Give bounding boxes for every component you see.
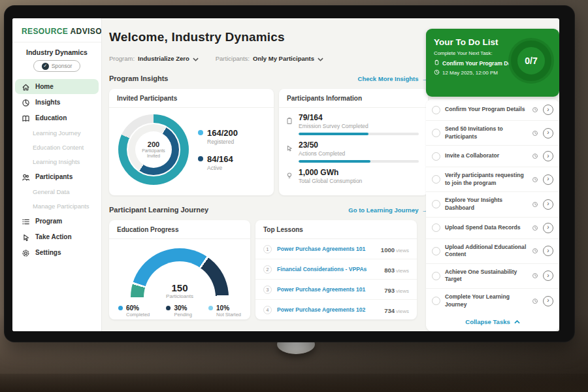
chevron-right-button[interactable]: ›: [543, 296, 553, 306]
participants-information-card: Participants Information 79/164 Emission…: [279, 89, 428, 195]
donut-center-label: Participants Invited: [138, 148, 169, 159]
program-insights-header: Program Insights Check More Insights →: [109, 74, 428, 82]
sidebar-item-label: Education: [35, 114, 67, 122]
lesson-row: 1 Power Purchase Agreements 101 1000view…: [255, 239, 417, 259]
sidebar-item-label: Take Action: [35, 233, 72, 240]
check-more-insights-link[interactable]: Check More Insights →: [358, 75, 428, 82]
chevron-right-button[interactable]: ›: [543, 246, 553, 256]
task-label: Send 50 Invitations to Participants: [445, 125, 527, 140]
sidebar-item-take-action[interactable]: Take Action: [15, 229, 99, 244]
legend-completed: 60% Completed: [118, 304, 150, 318]
timer-icon: [532, 295, 538, 307]
invited-participants-card: Invited Participants 200 Participants In…: [109, 89, 274, 195]
org-name: Industry Dynamics: [12, 42, 101, 56]
sponsor-badge: ✓ Sponsor: [33, 60, 80, 72]
sidebar-item-learning-journey[interactable]: Learning Journey: [15, 126, 99, 140]
lesson-row: 4 Power Purchase Agreements 102 734views: [255, 300, 417, 319]
task-checkbox[interactable]: [432, 200, 440, 208]
task-label: Verify participants requesting to join t…: [445, 172, 527, 187]
card-title: Invited Participants: [109, 89, 274, 108]
sidebar-item-education-content[interactable]: Education Content: [15, 140, 99, 154]
lesson-link[interactable]: Power Purchase Agreements 101: [277, 246, 376, 252]
task-checkbox[interactable]: [432, 247, 440, 255]
education-gauge-chart: 150 Participants: [131, 248, 229, 298]
completed-label: Completed: [126, 312, 150, 318]
go-to-learning-journey-link[interactable]: Go to Learning Journey →: [348, 206, 428, 214]
task-row: Complete Your Learning Journey ›: [426, 289, 559, 313]
chevron-right-button[interactable]: ›: [543, 199, 553, 210]
chevron-right-button[interactable]: ›: [543, 105, 553, 115]
task-checkbox[interactable]: [432, 297, 440, 305]
lesson-link[interactable]: Financial Considerations - VPPAs: [277, 266, 379, 272]
info-row-actions: 23/50 Actions Completed: [286, 140, 419, 163]
brand-primary: RESOURCE: [22, 27, 68, 36]
sidebar-item-insights[interactable]: Insights: [15, 95, 99, 110]
task-checkbox[interactable]: [432, 152, 440, 161]
chevron-down-icon: [193, 52, 199, 64]
timer-icon: [532, 174, 538, 186]
card-title: Education Progress: [109, 220, 250, 239]
chevron-right-button[interactable]: ›: [543, 223, 553, 233]
sidebar-item-settings[interactable]: Settings: [15, 245, 99, 260]
lesson-link[interactable]: Power Purchase Agreements 102: [277, 306, 379, 313]
info-progress-fill: [299, 160, 370, 163]
chevron-right-button[interactable]: ›: [543, 128, 553, 139]
chevron-right-button[interactable]: ›: [543, 151, 553, 161]
sidebar-item-home[interactable]: Home: [15, 79, 99, 94]
actions-label: Actions Completed: [299, 150, 419, 157]
lesson-rank: 1: [263, 245, 272, 253]
active-dot: [198, 156, 203, 161]
lesson-row: 3 Power Purchase Agreements 101 793views: [255, 280, 417, 300]
donut-center: 200 Participants Invited: [118, 114, 189, 185]
timer-icon: [532, 270, 538, 282]
program-dropdown[interactable]: Program: Industrialize Zero: [109, 52, 199, 64]
book-icon: [22, 114, 30, 122]
completed-value: 60%: [126, 304, 150, 312]
info-body: 79/164 Emission Survey Completed 23/50 A…: [279, 108, 428, 184]
todo-progress-badge: 0/7: [511, 41, 551, 81]
sidebar-nav: Home Insights Education Learning Journey: [12, 77, 101, 262]
filters-row: Program: Industrialize Zero Participants…: [109, 44, 428, 64]
sidebar-item-program[interactable]: Program: [15, 214, 99, 229]
gauge-center: 150 Participants: [131, 282, 229, 298]
sidebar-item-label: Settings: [35, 249, 61, 256]
clock-icon: [434, 69, 440, 76]
task-row: Verify participants requesting to join t…: [426, 167, 559, 192]
section-title: Program Insights: [109, 74, 168, 82]
registered-label: Registered: [207, 139, 238, 145]
lesson-views: 803: [384, 267, 395, 274]
task-checkbox[interactable]: [432, 106, 440, 114]
task-checkbox[interactable]: [432, 272, 440, 280]
sidebar-item-label: Insights: [35, 99, 60, 106]
sidebar-item-participants[interactable]: Participants: [15, 169, 99, 184]
sidebar-item-general-data[interactable]: General Data: [15, 185, 99, 199]
sidebar-item-education[interactable]: Education: [15, 110, 99, 125]
sidebar-item-manage-participants[interactable]: Manage Participants: [15, 199, 99, 213]
actions-progress-track: [299, 160, 419, 163]
task-checkbox[interactable]: [432, 223, 440, 232]
people-icon: [22, 172, 30, 181]
participants-dropdown[interactable]: Participants: Only My Participants: [216, 52, 323, 64]
task-row: Upload Spend Data Records ›: [426, 218, 559, 239]
task-label: Confirm Your Program Details: [445, 106, 527, 114]
gear-icon: [22, 248, 30, 257]
task-row: Achieve One Sustainability Target ›: [426, 264, 559, 289]
gauge-center-value: 150: [131, 282, 229, 293]
task-checkbox[interactable]: [432, 129, 440, 137]
task-label: Achieve One Sustainability Target: [445, 269, 527, 284]
lesson-views: 734: [384, 307, 395, 314]
donut-center-value: 200: [148, 140, 159, 148]
chevron-right-button[interactable]: ›: [543, 270, 553, 281]
chevron-right-button[interactable]: ›: [543, 174, 553, 185]
pending-dot: [166, 306, 171, 310]
task-checkbox[interactable]: [432, 175, 440, 184]
collapse-tasks-link[interactable]: Collapse Tasks: [426, 313, 559, 331]
learning-cards-row: Education Progress 150 Participants: [109, 220, 428, 319]
sponsor-label: Sponsor: [52, 63, 73, 69]
task-label: Upload Spend Data Records: [445, 224, 527, 232]
task-row: Invite a Collaborator ›: [426, 146, 559, 167]
lesson-link[interactable]: Power Purchase Agreements 101: [277, 286, 379, 293]
sidebar-item-learning-insights[interactable]: Learning Insights: [15, 155, 99, 169]
task-row: Confirm Your Program Details ›: [426, 99, 559, 121]
card-title: Top Lessons: [255, 220, 417, 239]
